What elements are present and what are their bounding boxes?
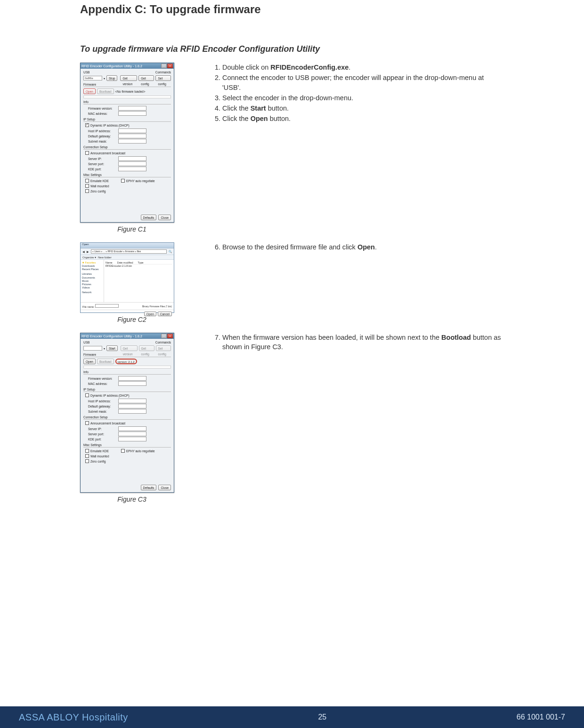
filename-label: File name:: [82, 305, 95, 308]
label-hostip: Host IP address:: [88, 129, 116, 133]
col-date: Date modified: [117, 261, 133, 264]
step-5: Click the Open button.: [222, 114, 504, 123]
label-wall: Wall mounted: [90, 184, 109, 188]
label-gateway: Default gateway:: [88, 405, 116, 408]
fav-downloads: Downloads: [82, 264, 102, 268]
label-ephy: EPHY auto negotiate: [126, 179, 155, 183]
close-button: Close: [158, 485, 171, 490]
input-mask: [118, 139, 146, 144]
close-button: Close: [158, 215, 171, 220]
label-emulate: Emulate KDE: [90, 179, 109, 183]
network-group: Network: [82, 291, 102, 294]
input-mac: [118, 381, 146, 386]
search-icon: 🔍: [169, 250, 172, 253]
filename-input: [95, 304, 119, 308]
figure-c1-window: RFID Encoder Configuration Utility - 1.8…: [80, 63, 174, 223]
section-title: To upgrade firmware via RFID Encoder Con…: [80, 44, 504, 54]
bootload-button: Bootload: [97, 359, 114, 364]
checkbox-dhcp: [85, 393, 89, 397]
group-misc: Misc Settings: [83, 443, 171, 448]
input-serverip: [118, 156, 146, 161]
label-serverip: Server IP:: [88, 157, 116, 160]
label-ephy: EPHY auto negotiate: [126, 449, 155, 453]
figure-c2-caption: Figure C2: [80, 316, 184, 323]
label-mask: Subnet mask:: [88, 410, 116, 413]
label-announce: Announcement broadcast: [90, 152, 125, 155]
footer-brand: ASSA ABLOY Hospitality: [19, 712, 128, 723]
close-icon: ×: [167, 334, 173, 338]
usb-label: USB: [83, 71, 89, 74]
step-2: Connect the encoder to USB power; the en…: [222, 73, 504, 92]
figure-c1-caption: Figure C1: [80, 225, 184, 233]
step-7: When the firmware version has been loade…: [222, 333, 504, 352]
group-info: Info: [83, 100, 171, 104]
usb-dropdown: Go0IGo: [83, 76, 102, 80]
page-footer: ASSA ABLOY Hospitality 25 66 1001 001-7: [0, 706, 584, 728]
label-mac: MAC address:: [88, 112, 116, 115]
group-conn: Connection Setup: [83, 416, 171, 420]
checkbox-emulate: [85, 179, 89, 183]
set-config-button: Set config: [155, 75, 171, 81]
back-icon: ◀: [82, 250, 85, 253]
input-gateway: [118, 134, 146, 138]
commands-label: Commands: [155, 71, 171, 74]
stop-button: Stop: [106, 75, 117, 81]
checkbox-announce: [85, 421, 89, 425]
lib-documents: Documents: [82, 276, 102, 280]
group-ip: IP Setup: [83, 388, 171, 392]
figure-c3-caption: Figure C3: [80, 496, 184, 503]
lib-pictures: Pictures: [82, 283, 102, 286]
figure-c2-dialog: Open ◀ ▶ « Users » ... » RFID Encoder » …: [80, 242, 174, 313]
minimize-icon: –: [161, 64, 167, 68]
dialog-cancel-button: Cancel: [158, 312, 172, 316]
checkbox-wall: [85, 184, 89, 188]
label-wall: Wall mounted: [90, 455, 109, 458]
input-mask: [118, 409, 146, 414]
filter-dropdown: Binary Firmware Files (*.bin): [142, 305, 172, 308]
label-announce: Announcement broadcast: [90, 422, 125, 425]
label-serverip: Server IP:: [88, 427, 116, 431]
label-serverport: Server port:: [88, 432, 116, 436]
checkbox-ephy: [121, 449, 125, 453]
input-serverport: [118, 161, 146, 166]
label-kdeport: KDE port:: [88, 168, 116, 171]
label-dhcp: Dynamic IP address (DHCP): [90, 124, 130, 127]
checkbox-wall: [85, 454, 89, 458]
checkbox-dhcp: [85, 123, 89, 127]
input-fwver: [118, 376, 146, 381]
lib-videos: Videos: [82, 286, 102, 289]
label-mask: Subnet mask:: [88, 140, 116, 143]
input-hostip: [118, 128, 146, 133]
col-type: Type: [138, 261, 144, 264]
set-config-button: Set config: [156, 345, 171, 351]
label-emulate: Emulate KDE: [90, 449, 109, 453]
group-ip: IP Setup: [83, 118, 171, 122]
commands-label: Commands: [155, 341, 171, 344]
checkbox-zero: [85, 459, 89, 463]
get-version-button: Get version: [120, 75, 137, 81]
footer-doc-number: 66 1001 001-7: [517, 713, 565, 721]
organize-menu: Organize ▾: [82, 256, 96, 259]
step-1: Double click on RFIDEncoderConfig.exe.: [222, 63, 504, 72]
page-title: Appendix C: To upgrade firmware: [80, 0, 504, 16]
checkbox-emulate: [85, 449, 89, 453]
window-title: RFID Encoder Configuration Utility - 1.8…: [81, 64, 142, 68]
step-4: Click the Start button.: [222, 104, 504, 113]
dialog-title: Open: [81, 243, 89, 246]
minimize-icon: –: [161, 334, 167, 338]
get-config-button: Get config: [138, 75, 154, 81]
label-fwver: Firmware version:: [88, 377, 116, 380]
firmware-status: <No firmware loaded>: [115, 90, 146, 93]
input-kdeport: [118, 437, 146, 441]
group-info: Info: [83, 370, 171, 375]
step-6: Browse to the desired firmware file and …: [222, 242, 504, 252]
usb-dropdown: [83, 346, 102, 351]
figure-c3-window: RFID Encoder Configuration Utility - 1.8…: [80, 333, 174, 493]
bootload-button: Bootload: [97, 88, 114, 94]
step-3: Select the encoder in the drop-down-menu…: [222, 93, 504, 103]
get-version-button: Get version: [121, 345, 138, 351]
input-kdeport: [118, 167, 146, 171]
label-mac: MAC address:: [88, 382, 116, 385]
fav-recent: Recent Places: [82, 268, 102, 271]
label-hostip: Host IP address:: [88, 400, 116, 403]
